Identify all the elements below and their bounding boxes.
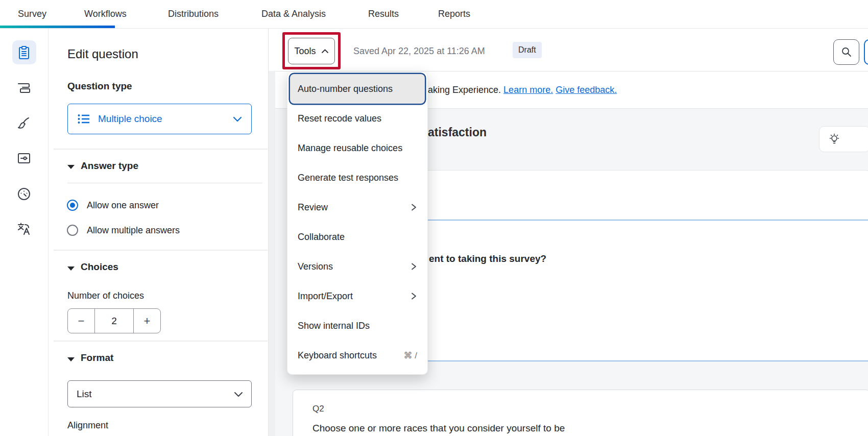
question-type-value: Multiple choice	[98, 113, 162, 125]
number-of-choices-stepper: − 2 +	[67, 308, 161, 333]
alignment-label: Alignment	[67, 420, 108, 431]
tab-results[interactable]: Results	[368, 0, 399, 28]
section-divider	[54, 149, 268, 150]
panel-scrollbar[interactable]	[268, 71, 276, 436]
left-icon-rail	[0, 29, 49, 436]
section-divider	[54, 250, 268, 251]
survey-flow-icon[interactable]	[16, 80, 32, 95]
tab-distributions[interactable]: Distributions	[168, 0, 219, 28]
increase-choices-button[interactable]: +	[133, 309, 160, 333]
survey-builder-icon[interactable]	[16, 45, 32, 60]
search-button[interactable]	[833, 39, 859, 65]
answer-type-label: Answer type	[81, 160, 138, 172]
give-feedback-link[interactable]: Give feedback.	[556, 85, 617, 95]
chevron-down-icon	[234, 391, 243, 397]
allow-one-answer-label[interactable]: Allow one answer	[87, 199, 159, 211]
chevron-right-icon	[411, 203, 417, 211]
suggestions-button[interactable]	[819, 126, 868, 152]
block-title-fragment: atisfaction	[428, 126, 487, 139]
tools-button[interactable]: Tools	[288, 38, 335, 64]
allow-multiple-answers-label[interactable]: Allow multiple answers	[87, 224, 180, 236]
question-type-select[interactable]: Multiple choice	[67, 104, 252, 134]
qualtrics-survey-editor: Survey Workflows Distributions Data & An…	[0, 0, 868, 436]
edit-question-panel: Edit question Question type Multiple cho…	[49, 29, 269, 436]
top-nav: Survey Workflows Distributions Data & An…	[0, 0, 868, 29]
keyboard-shortcut-hint: ⌘ /	[404, 350, 417, 361]
choices-count-value[interactable]: 2	[95, 309, 133, 333]
menu-item-generate-test-responses[interactable]: Generate test responses	[287, 163, 427, 192]
answer-type-collapse-caret-icon[interactable]	[67, 165, 75, 169]
chevron-down-icon	[233, 116, 242, 122]
active-tab-underline	[0, 26, 115, 28]
menu-item-label: Show internal IDs	[298, 321, 370, 331]
menu-item-versions[interactable]: Versions	[287, 252, 427, 281]
menu-item-import-export[interactable]: Import/Export	[287, 281, 427, 311]
chevron-up-icon	[321, 49, 329, 54]
section-rule	[67, 183, 262, 183]
lightbulb-icon	[828, 133, 841, 146]
format-select[interactable]: List	[67, 380, 252, 407]
q2-question-text: Choose one or more races that you consid…	[312, 423, 565, 434]
look-and-feel-brush-icon[interactable]	[16, 115, 32, 131]
chevron-right-icon	[411, 262, 417, 271]
format-value: List	[77, 389, 92, 400]
tab-workflows[interactable]: Workflows	[84, 0, 127, 28]
panel-title: Edit question	[67, 47, 138, 61]
menu-item-label: Auto-number questions	[298, 84, 393, 94]
question1-text-fragment: ent to taking this survey?	[429, 253, 546, 264]
menu-item-auto-number-questions[interactable]: Auto-number questions	[290, 74, 425, 104]
survey-options-icon[interactable]	[16, 151, 32, 166]
format-collapse-caret-icon[interactable]	[67, 357, 75, 361]
menu-item-label: Review	[298, 202, 328, 213]
menu-item-reset-recode-values[interactable]: Reset recode values	[287, 104, 427, 133]
chevron-right-icon	[411, 292, 417, 300]
menu-item-label: Keyboard shortcuts	[298, 350, 377, 361]
quotas-gauge-icon[interactable]	[16, 186, 32, 202]
tools-dropdown-menu: Auto-number questions Reset recode value…	[287, 71, 428, 375]
allow-multiple-answers-radio[interactable]	[67, 225, 78, 236]
search-icon	[840, 46, 853, 58]
menu-item-label: Manage reusable choices	[298, 143, 402, 154]
multiple-choice-list-icon	[77, 113, 90, 125]
menu-item-label: Collaborate	[298, 232, 345, 243]
menu-item-manage-reusable-choices[interactable]: Manage reusable choices	[287, 133, 427, 163]
q2-id-label: Q2	[312, 404, 324, 414]
menu-item-label: Reset recode values	[298, 113, 381, 124]
save-status-text: Saved Apr 22, 2025 at 11:26 AM	[353, 45, 485, 57]
learn-more-link[interactable]: Learn more.	[503, 85, 553, 95]
banner-text-fragment: aking Experience.	[428, 85, 501, 95]
question-type-label: Question type	[67, 81, 132, 92]
choices-label: Choices	[81, 261, 118, 273]
choices-collapse-caret-icon[interactable]	[67, 267, 75, 271]
tab-reports[interactable]: Reports	[438, 0, 470, 28]
menu-item-show-internal-ids[interactable]: Show internal IDs	[287, 311, 427, 341]
translations-icon[interactable]	[16, 222, 32, 237]
number-of-choices-label: Number of choices	[67, 290, 144, 301]
allow-one-answer-radio[interactable]	[67, 200, 78, 211]
tab-data-analysis[interactable]: Data & Analysis	[261, 0, 326, 28]
menu-item-label: Import/Export	[298, 291, 353, 302]
menu-item-keyboard-shortcuts[interactable]: Keyboard shortcuts ⌘ /	[287, 341, 427, 370]
tab-survey[interactable]: Survey	[18, 0, 46, 28]
preview-button-clipped[interactable]	[864, 39, 868, 65]
status-badge: Draft	[513, 42, 542, 58]
menu-item-label: Versions	[298, 261, 333, 272]
menu-item-collaborate[interactable]: Collaborate	[287, 222, 427, 252]
banner-text: aking Experience. Learn more. Give feedb…	[428, 84, 617, 96]
decrease-choices-button[interactable]: −	[68, 309, 95, 333]
menu-item-review[interactable]: Review	[287, 192, 427, 222]
format-label: Format	[81, 352, 113, 364]
tools-button-label: Tools	[294, 46, 316, 57]
section-divider	[54, 341, 268, 342]
menu-item-label: Generate test responses	[298, 173, 398, 183]
